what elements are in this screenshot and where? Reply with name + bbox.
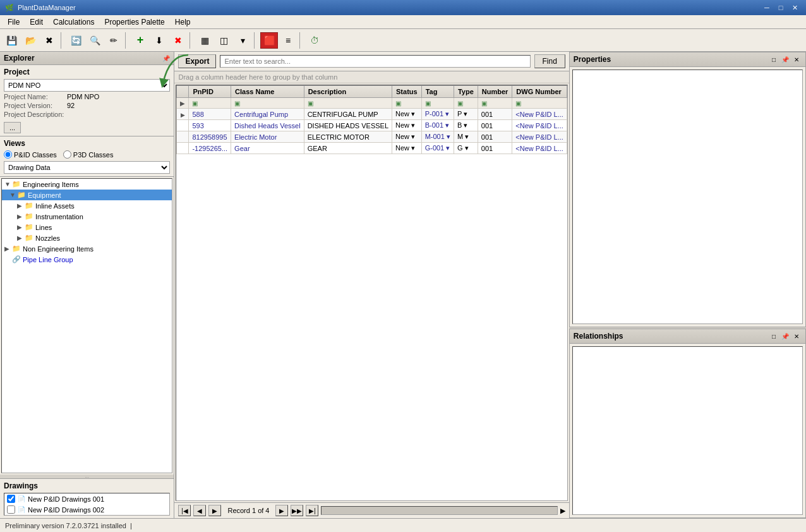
maximize-button[interactable]: □ <box>774 2 787 13</box>
properties-restore-button[interactable]: □ <box>769 54 779 64</box>
properties-pin-button[interactable]: 📌 <box>780 54 790 64</box>
status-dropdown-3[interactable]: ▾ <box>411 133 415 140</box>
type-dropdown-2[interactable]: ▾ <box>464 121 467 129</box>
pid-classes-radio[interactable] <box>4 150 12 159</box>
pin-button[interactable]: 📌 <box>162 55 170 62</box>
relationships-close-button[interactable]: ✕ <box>791 331 802 341</box>
toggle-instrumentation: ▶ <box>17 213 25 220</box>
menu-edit[interactable]: Edit <box>25 16 48 28</box>
nav-next-big-button[interactable]: ▶▶ <box>291 505 303 516</box>
tree-item-non-engineering[interactable]: ▶ 📁 Non Engineering Items <box>2 243 172 254</box>
p3d-classes-radio[interactable] <box>63 150 71 159</box>
status-dropdown-4[interactable]: ▾ <box>411 144 415 152</box>
close-button[interactable]: ✕ <box>788 2 801 13</box>
timer-button[interactable]: ⏱ <box>306 32 323 49</box>
type-dropdown-1[interactable]: ▾ <box>464 110 467 118</box>
tree-item-inline-assets[interactable]: ▶ 📁 Inline Assets <box>2 200 172 211</box>
grid-view-button[interactable]: ▦ <box>196 32 214 49</box>
table-row[interactable]: 812958995 Electric Motor ELECTRIC MOTOR … <box>177 131 567 143</box>
col-type[interactable]: Type <box>454 86 478 98</box>
flag-button[interactable]: 🟥 <box>260 32 278 49</box>
relationships-restore-button[interactable]: □ <box>769 331 779 341</box>
data-table-container[interactable]: PnPID Class Name Description Status Tag … <box>176 85 567 501</box>
group-header-text: Drag a column header here to group by th… <box>178 73 337 81</box>
nav-next-small-button[interactable]: ▶ <box>208 505 221 516</box>
nav-last-button[interactable]: ▶| <box>306 505 318 516</box>
columns-button[interactable]: ≡ <box>279 32 297 49</box>
tree-item-engineering-items[interactable]: ▼ 📁 Engineering Items <box>2 179 172 190</box>
col-pnpid[interactable]: PnPID <box>189 86 231 98</box>
drawing-checkbox-001[interactable] <box>7 495 15 503</box>
navigation-bar: |◀ ◀ ▶ Record 1 of 4 ▶ ▶▶ ▶| ▶ <box>174 502 568 518</box>
p3d-classes-radio-label[interactable]: P3D Classes <box>63 150 114 159</box>
export-button[interactable]: Export <box>178 54 216 68</box>
folder-icon-inline-assets: 📁 <box>25 202 33 210</box>
toolbar: 💾 📂 ✖ 🔄 🔍 ✏ + ⬇ ✖ ▦ ◫ ▾ 🟥 ≡ ⏱ <box>0 29 806 52</box>
group-header-bar: Drag a column header here to group by th… <box>174 71 568 83</box>
table-row[interactable]: ▶ 588 Centrifugal Pump CENTRIFUGAL PUMP … <box>177 109 567 120</box>
tree-item-pipeline[interactable]: 🔗 Pipe Line Group <box>2 254 172 265</box>
p3d-classes-label: P3D Classes <box>73 151 114 159</box>
tree-item-equipment[interactable]: ▼ 📁 Equipment <box>2 190 172 200</box>
find-button[interactable]: Find <box>534 54 565 68</box>
tree-item-lines[interactable]: ▶ 📁 Lines <box>2 222 172 233</box>
tag-dropdown-2[interactable]: ▾ <box>445 121 449 129</box>
nav-prev-button[interactable]: ◀ <box>193 505 206 516</box>
menu-calculations[interactable]: Calculations <box>48 16 99 28</box>
project-select[interactable]: PDM NPO <box>4 79 170 92</box>
open-button[interactable]: 📂 <box>21 32 39 49</box>
close-file-button[interactable]: ✖ <box>40 32 58 49</box>
search-input[interactable] <box>220 55 530 68</box>
views-section: Views P&ID Classes P3D Classes Drawing D… <box>0 136 174 177</box>
nav-first-button[interactable]: |◀ <box>178 505 191 516</box>
refresh-button[interactable]: 🔄 <box>67 32 85 49</box>
col-dwgnumber[interactable]: DWG Number <box>512 86 567 98</box>
row-sel-2 <box>177 120 189 131</box>
col-description[interactable]: Description <box>304 86 392 98</box>
project-more-button[interactable]: ... <box>4 122 21 133</box>
tag-dropdown-4[interactable]: ▾ <box>446 144 450 152</box>
type-dropdown-4[interactable]: ▾ <box>465 144 469 152</box>
nav-next-button[interactable]: ▶ <box>275 505 288 516</box>
drawing-data-dropdown[interactable]: Drawing Data <box>4 161 170 174</box>
minimize-button[interactable]: ─ <box>761 2 773 13</box>
menu-help[interactable]: Help <box>170 16 196 28</box>
type-dropdown-3[interactable]: ▾ <box>465 133 469 140</box>
col-classname[interactable]: Class Name <box>231 86 304 98</box>
nav-scrollbar[interactable] <box>321 506 557 515</box>
cell-number-4: 001 <box>478 143 512 154</box>
tag-dropdown-1[interactable]: ▾ <box>445 110 449 118</box>
menu-file[interactable]: File <box>3 16 25 28</box>
add-button[interactable]: + <box>131 32 149 49</box>
explorer-header: Explorer 📌 <box>0 52 174 65</box>
menu-properties-palette[interactable]: Properties Palette <box>99 16 169 28</box>
drawing-checkbox-002[interactable] <box>7 505 15 514</box>
table-row[interactable]: -1295265... Gear GEAR New ▾ G-001 ▾ G ▾ … <box>177 143 567 154</box>
col-number[interactable]: Number <box>478 86 512 98</box>
import-button[interactable]: ⬇ <box>150 32 168 49</box>
col-selector[interactable] <box>177 86 189 98</box>
folder-icon-equipment: 📁 <box>17 191 26 199</box>
col-status[interactable]: Status <box>392 86 422 98</box>
tree-section[interactable]: ▼ 📁 Engineering Items ▼ 📁 Equipment ▶ 📁 … <box>1 178 172 473</box>
save-button[interactable]: 💾 <box>3 32 20 49</box>
properties-panel: Properties □ 📌 ✕ <box>569 52 806 327</box>
status-dropdown-2[interactable]: ▾ <box>411 121 415 129</box>
tree-item-nozzles[interactable]: ▶ 📁 Nozzles <box>2 233 172 243</box>
delete-button[interactable]: ✖ <box>169 32 187 49</box>
view-dropdown-button[interactable]: ▾ <box>234 32 251 49</box>
table-row[interactable]: 593 Dished Heads Vessel DISHED HEADS VES… <box>177 120 567 131</box>
col-tag[interactable]: Tag <box>421 86 454 98</box>
record-view-button[interactable]: ◫ <box>215 32 232 49</box>
search-button[interactable]: 🔍 <box>86 32 104 49</box>
properties-close-button[interactable]: ✕ <box>791 54 802 64</box>
tag-dropdown-3[interactable]: ▾ <box>447 133 450 140</box>
rename-button[interactable]: ✏ <box>105 32 123 49</box>
project-desc-label: Project Description: <box>4 111 67 118</box>
status-dropdown-1[interactable]: ▾ <box>411 110 415 118</box>
relationships-pin-button[interactable]: 📌 <box>780 331 790 341</box>
drawing-item-002: 📄 New P&ID Drawings 002 <box>4 504 169 515</box>
pid-classes-radio-label[interactable]: P&ID Classes <box>4 150 57 159</box>
tree-item-instrumentation[interactable]: ▶ 📁 Instrumentation <box>2 211 172 222</box>
properties-title: Properties <box>574 55 611 64</box>
